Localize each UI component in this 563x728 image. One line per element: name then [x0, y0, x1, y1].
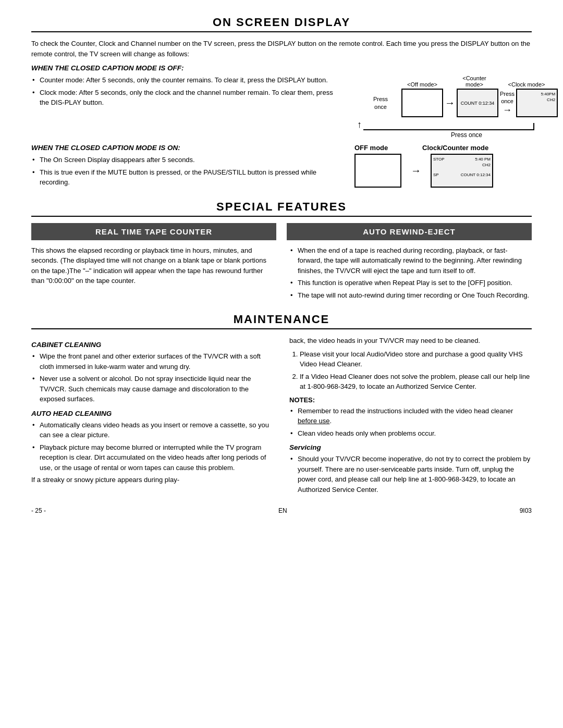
page-footer: - 25 - EN 9I03: [31, 507, 532, 514]
cc-off-box: [354, 154, 401, 188]
title-divider: [31, 31, 532, 32]
auto-rewind-header: AUTO REWIND-EJECT: [287, 223, 532, 240]
clock-counter-label: Clock/Counter mode: [422, 144, 488, 152]
notes-bullet-1: Remember to read the instructions includ…: [289, 406, 532, 426]
display-diagram: <Off mode> <Counter mode> <Clock mode> P…: [360, 75, 532, 139]
counter-mode-label: <Counter mode>: [454, 75, 495, 88]
cc-on-bullet-1: The On Screen Display disappears after 5…: [31, 155, 344, 165]
auto-head-cleaning-bullets: Automatically cleans video heads as you …: [31, 420, 274, 473]
servicing-title: Servicing: [289, 443, 532, 451]
auto-head-bullet-1: Automatically cleans video heads as you …: [31, 420, 274, 440]
cc-on-section: WHEN THE CLOSED CAPTION MODE IS ON: The …: [31, 144, 532, 190]
auto-head-bullet-2: Playback picture may become blurred or i…: [31, 442, 274, 473]
auto-head-cleaning-title: AUTO HEAD CLEANING: [31, 410, 274, 417]
back-arrow: ↑: [357, 119, 534, 130]
real-time-text: This shows the elapsed recording or play…: [31, 245, 274, 286]
off-mode-label: <Off mode>: [401, 81, 443, 88]
cc-box-top-row: STOP 5:40 PM: [433, 156, 491, 162]
cc-time-text: 5:40 PM: [475, 156, 491, 162]
real-time-col: This shows the elapsed recording or play…: [31, 245, 274, 303]
cc-sp-text: SP: [433, 172, 439, 178]
cc-diagram-row: → STOP 5:40 PM CH2 SP COUNT 0:12:34: [354, 154, 532, 188]
clock-time: 5:40PM: [541, 91, 556, 97]
notes-label: NOTES:: [289, 396, 532, 404]
arrow-1: →: [445, 97, 455, 109]
diagram-top-labels: <Off mode> <Counter mode> <Clock mode>: [360, 75, 547, 88]
maintenance-title: MAINTENANCE: [31, 313, 532, 326]
maintenance-step-2: If a Video Head Cleaner does not solve t…: [300, 372, 532, 392]
cabinet-cleaning-title: CABINET CLEANING: [31, 341, 274, 349]
on-screen-display-title: ON SCREEN DISPLAY: [31, 16, 532, 29]
maintenance-left: CABINET CLEANING Wipe the front panel an…: [31, 336, 274, 497]
servicing-bullets: Should your TV/VCR become inoperative, d…: [289, 454, 532, 495]
cc-off-subtitle: WHEN THE CLOSED CAPTION MODE IS OFF:: [31, 64, 532, 72]
press-once-center: Pressonce →: [500, 90, 515, 116]
before-use-text: before use: [298, 417, 329, 425]
cc-off-bullet-1: Counter mode: After 5 seconds, only the …: [31, 75, 344, 85]
cabinet-bullet-2: Never use a solvent or alcohol. Do not s…: [31, 374, 274, 404]
cc-stop-text: STOP: [433, 156, 445, 162]
cc-off-left: Counter mode: After 5 seconds, only the …: [31, 75, 344, 139]
maintenance-steps: Please visit your local Audio/Video stor…: [289, 349, 532, 392]
off-mode-bold-label: OFF mode: [354, 144, 407, 152]
special-features-headers: REAL TIME TAPE COUNTER AUTO REWIND-EJECT: [31, 223, 532, 240]
auto-rewind-bullets: When the end of a tape is reached during…: [289, 245, 532, 301]
counter-mode-box: COUNT 0:12:34: [457, 89, 498, 117]
special-features-divider: [31, 216, 532, 217]
special-features-title: SPECIAL FEATURES: [31, 200, 532, 214]
cc-off-section: Counter mode: After 5 seconds, only the …: [31, 75, 532, 139]
cc-ch-text: CH2: [433, 162, 491, 168]
auto-rewind-col: When the end of a tape is reached during…: [289, 245, 532, 303]
clock-mode-box: 5:40PM CH2: [516, 89, 558, 117]
cc-off-bullet-2: Clock mode: After 5 seconds, only the cl…: [31, 88, 344, 108]
off-mode-box: [401, 89, 443, 117]
press-once-left: Pressonce: [373, 95, 388, 110]
auto-rewind-bullet-2: This function is operative when Repeat P…: [289, 278, 532, 288]
lang-code: EN: [278, 507, 287, 514]
maintenance-right: back, the video heads in your TV/VCR may…: [289, 336, 532, 497]
up-arrow: ↑: [357, 119, 362, 130]
notes-bullet-2: Clean video heads only when problems occ…: [289, 428, 532, 439]
press-once-bottom-area: ↑ Press once: [360, 119, 532, 139]
cc-off-bullets: Counter mode: After 5 seconds, only the …: [31, 75, 344, 108]
cabinet-cleaning-bullets: Wipe the front panel and other exterior …: [31, 351, 274, 404]
intro-text: To check the Counter, Clock and Channel …: [31, 39, 532, 59]
cc-on-subtitle: WHEN THE CLOSED CAPTION MODE IS ON:: [31, 144, 344, 152]
cc-on-diagram: OFF mode Clock/Counter mode → STOP 5:40 …: [354, 144, 532, 190]
maintenance-divider: [31, 328, 532, 329]
notes-bullets: Remember to read the instructions includ…: [289, 406, 532, 439]
clock-ch: CH2: [547, 97, 555, 103]
cc-on-left: WHEN THE CLOSED CAPTION MODE IS ON: The …: [31, 144, 344, 190]
off-clock-labels: OFF mode Clock/Counter mode: [354, 144, 532, 152]
cc-box-bottom: SP COUNT 0:12:34: [433, 172, 491, 178]
press-once-bottom-label: Press once: [451, 131, 482, 139]
counter-text: COUNT 0:12:34: [461, 101, 494, 106]
real-time-header: REAL TIME TAPE COUNTER: [31, 223, 276, 240]
page-number: - 25 -: [31, 507, 46, 514]
features-content: This shows the elapsed recording or play…: [31, 245, 532, 303]
auto-head-trailing: If a streaky or snowy picture appears du…: [31, 475, 274, 485]
product-code: 9I03: [520, 507, 532, 514]
cc-arrow: →: [411, 165, 421, 177]
auto-rewind-bullet-1: When the end of a tape is reached during…: [289, 245, 532, 276]
cc-off-diagram: <Off mode> <Counter mode> <Clock mode> P…: [354, 75, 532, 139]
maintenance-content: CABINET CLEANING Wipe the front panel an…: [31, 336, 532, 497]
diagram-boxes: Pressonce → COUNT 0:12:34 Pressonce →: [360, 89, 558, 117]
cc-on-bullet-2: This is true even if the MUTE button is …: [31, 167, 344, 188]
servicing-bullet-1: Should your TV/VCR become inoperative, d…: [289, 454, 532, 495]
cc-clock-box: STOP 5:40 PM CH2 SP COUNT 0:12:34: [431, 154, 493, 188]
clock-mode-label: <Clock mode>: [506, 81, 547, 88]
maintenance-step-1: Please visit your local Audio/Video stor…: [300, 349, 532, 369]
cc-count-text: COUNT 0:12:34: [461, 172, 491, 178]
maintenance-right-intro: back, the video heads in your TV/VCR may…: [289, 336, 532, 346]
auto-rewind-bullet-3: The tape will not auto-rewind during tim…: [289, 290, 532, 301]
cabinet-bullet-1: Wipe the front panel and other exterior …: [31, 351, 274, 372]
cc-on-bullets: The On Screen Display disappears after 5…: [31, 155, 344, 188]
